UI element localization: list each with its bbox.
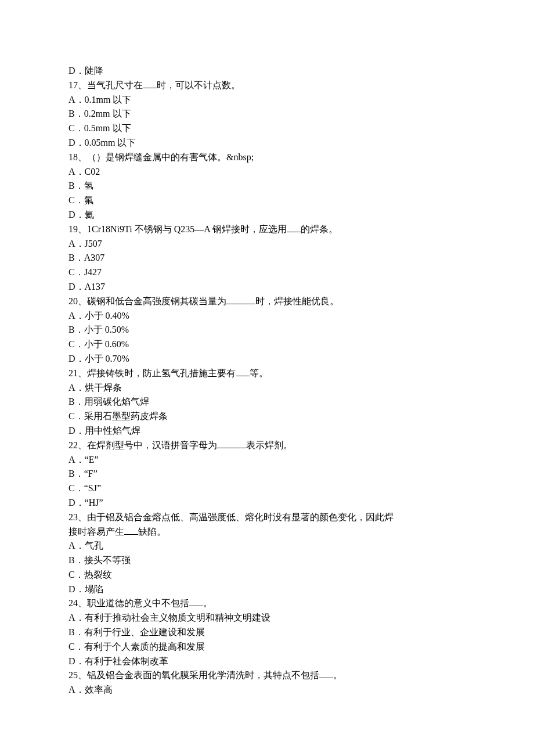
q17-stem-pre: 17、当气孔尺寸在 [68, 80, 143, 90]
q22-option-c: C．“SJ” [68, 481, 466, 496]
q23-option-b: B．接头不等强 [68, 553, 466, 568]
q20-option-a: A．小于 0.40% [68, 309, 466, 323]
q22-option-a: A．“E” [68, 453, 466, 467]
q21-option-d: D．用中性焰气焊 [68, 424, 466, 438]
q22-option-d: D．“HJ” [68, 496, 466, 510]
q20-option-c: C．小于 0.60% [68, 337, 466, 352]
q21-blank [236, 367, 250, 376]
q24-stem-post: 。 [203, 598, 212, 608]
q18-option-a: A．C02 [68, 165, 466, 179]
q23-stem-line1: 23、由于铝及铝合金熔点低、高温强度低、熔化时没有显著的颜色变化，因此焊 [68, 510, 466, 525]
q17-blank [143, 79, 157, 88]
q21-option-c: C．采用石墨型药皮焊条 [68, 409, 466, 424]
q19-option-a: A．J507 [68, 237, 466, 251]
q18-option-d: D．氦 [68, 208, 466, 222]
q21-option-a: A．烘干焊条 [68, 381, 466, 395]
q24-option-c: C．有利于个人素质的提高和发展 [68, 640, 466, 654]
q16-option-d: D．陡降 [68, 64, 466, 78]
q25-blank [319, 669, 333, 678]
q18-option-b: B．氢 [68, 179, 466, 193]
q24-blank [189, 597, 203, 606]
q23-blank [124, 525, 138, 535]
q20-stem: 20、碳钢和低合金高强度钢其碳当量为时，焊接性能优良。 [68, 294, 466, 309]
q17-stem-post: 时，可以不计点数。 [157, 80, 240, 90]
q23-option-d: D．塌陷 [68, 582, 466, 597]
q20-option-d: D．小于 0.70% [68, 352, 466, 366]
q21-stem-pre: 21、焊接铸铁时，防止氢气孔措施主要有 [68, 368, 236, 378]
q20-option-b: B．小于 0.50% [68, 323, 466, 337]
q19-blank [287, 223, 301, 232]
q19-stem: 19、1Cr18Ni9Ti 不锈钢与 Q235—A 钢焊接时，应选用的焊条。 [68, 222, 466, 237]
q20-stem-pre: 20、碳钢和低合金高强度钢其碳当量为 [68, 296, 226, 306]
q21-stem-post: 等。 [250, 368, 268, 378]
q23-stem-line2: 接时容易产生缺陷。 [68, 525, 466, 539]
q18-option-c: C．氟 [68, 193, 466, 208]
q21-stem: 21、焊接铸铁时，防止氢气孔措施主要有等。 [68, 366, 466, 381]
q22-option-b: B．“F” [68, 467, 466, 481]
q24-option-d: D．有利于社会体制改革 [68, 654, 466, 669]
q17-option-a: A．0.1mm 以下 [68, 93, 466, 107]
q22-stem: 22、在焊剂型号中，汉语拼音字母为表示焊剂。 [68, 438, 466, 453]
q19-stem-pre: 19、1Cr18Ni9Ti 不锈钢与 Q235—A 钢焊接时，应选用 [68, 224, 287, 234]
q24-option-a: A．有利于推动社会主义物质文明和精神文明建设 [68, 611, 466, 625]
q19-option-d: D．A137 [68, 280, 466, 294]
q23-option-a: A．气孔 [68, 539, 466, 553]
q23-stem-line2-post: 缺陷。 [138, 527, 166, 537]
q23-stem-line2-pre: 接时容易产生 [68, 527, 124, 537]
q19-stem-post: 的焊条。 [301, 224, 338, 234]
q19-option-b: B．A307 [68, 251, 466, 265]
q17-option-c: C．0.5mm 以下 [68, 121, 466, 136]
q22-stem-post: 表示焊剂。 [246, 440, 293, 450]
q24-option-b: B．有利于行业、企业建设和发展 [68, 625, 466, 640]
q17-option-d: D．0.05mm 以下 [68, 136, 466, 150]
q18-stem: 18、（）是钢焊缝金属中的有害气体。&nbsp; [68, 150, 466, 165]
q22-blank [217, 439, 246, 448]
q25-stem-post: 。 [333, 670, 342, 680]
q23-option-c: C．热裂纹 [68, 568, 466, 582]
q25-option-a: A．效率高 [68, 683, 466, 697]
q17-option-b: B．0.2mm 以下 [68, 107, 466, 121]
q20-stem-post: 时，焊接性能优良。 [255, 296, 339, 306]
q24-stem-pre: 24、职业道德的意义中不包括 [68, 598, 189, 608]
q20-blank [226, 295, 255, 304]
q17-stem: 17、当气孔尺寸在时，可以不计点数。 [68, 78, 466, 93]
q25-stem: 25、铝及铝合金表面的氧化膜采用化学清洗时，其特点不包括。 [68, 668, 466, 683]
q19-option-c: C．J427 [68, 265, 466, 280]
q21-option-b: B．用弱碳化焰气焊 [68, 395, 466, 409]
q25-stem-pre: 25、铝及铝合金表面的氧化膜采用化学清洗时，其特点不包括 [68, 670, 319, 680]
q22-stem-pre: 22、在焊剂型号中，汉语拼音字母为 [68, 440, 217, 450]
q24-stem: 24、职业道德的意义中不包括。 [68, 596, 466, 611]
